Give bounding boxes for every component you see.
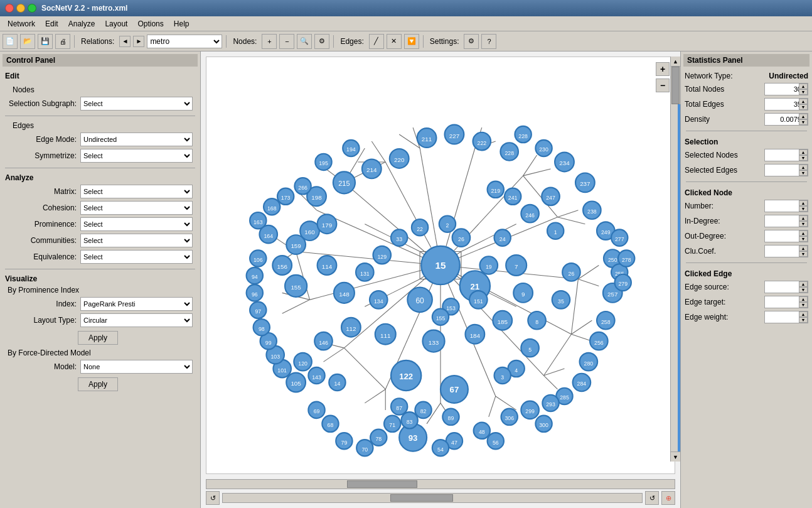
menu-options[interactable]: Options [132,18,168,30]
toolbar-separator-1 [74,35,75,48]
relations-prev-button[interactable]: ◄ [119,36,131,47]
total-nodes-spinner[interactable]: ▲ ▼ [799,84,808,95]
rotate-left-button[interactable]: ↺ [206,491,220,505]
layout-type-select[interactable]: Circular [80,313,193,327]
close-button[interactable] [5,4,14,13]
svg-text:69: 69 [314,408,320,414]
selection-subgraph-select[interactable]: Select [80,97,193,111]
svg-text:112: 112 [346,325,356,332]
vertical-scrollbar[interactable]: ▲ ▼ [670,57,680,462]
clu-coef-spinner[interactable]: ▲ ▼ [799,246,808,257]
print-button[interactable]: 🖨 [55,34,70,49]
svg-text:168: 168 [267,205,277,212]
remove-edge-button[interactable]: ✕ [387,34,402,49]
equivalence-row: Equivalence: Select [8,250,193,264]
density-up[interactable]: ▲ [799,114,808,119]
edge-source-spinner[interactable]: ▲ ▼ [799,281,808,293]
menu-help[interactable]: Help [169,18,195,30]
svg-text:228: 228 [518,133,528,139]
graph-canvas[interactable]: + − [206,57,675,474]
matrix-select[interactable]: Select [80,185,193,198]
svg-text:194: 194 [346,146,356,153]
remove-node-button[interactable]: − [279,34,294,49]
cohesion-select[interactable]: Select [80,201,193,215]
secondary-scroll-thumb[interactable] [390,494,453,502]
svg-text:215: 215 [338,180,350,187]
svg-text:114: 114 [322,263,333,270]
relations-next-button[interactable]: ► [133,36,144,47]
total-nodes-up[interactable]: ▲ [799,84,808,89]
total-nodes-down[interactable]: ▼ [799,89,808,95]
new-file-button[interactable]: 📄 [3,34,18,49]
vertical-scroll-thumb[interactable] [671,67,680,104]
open-file-button[interactable]: 📂 [20,34,35,49]
node-properties-button[interactable]: ⚙ [314,34,329,49]
menu-edit[interactable]: Edit [40,18,63,30]
horizontal-scroll-thumb[interactable] [347,480,417,488]
svg-text:54: 54 [437,446,444,453]
in-degree-value: ▲ ▼ [764,215,808,227]
zoom-out-button[interactable]: − [656,78,670,92]
symmetrize-select[interactable]: Select [80,149,193,163]
svg-text:266: 266 [298,185,307,191]
edges-subheader: Edges [13,121,195,130]
svg-text:234: 234 [559,159,570,166]
scroll-up-button[interactable]: ▲ [671,57,680,67]
density-row: Density 0.00793 ▲ ▼ [685,113,808,126]
add-edge-button[interactable]: ╱ [369,34,384,49]
clu-coef-value: ▲ ▼ [764,245,808,257]
horizontal-scrollbar[interactable] [206,479,675,489]
number-spinner[interactable]: ▲ ▼ [799,200,808,212]
scroll-down-button[interactable]: ▼ [671,451,680,462]
relations-select[interactable]: metro [147,35,222,48]
save-file-button[interactable]: 💾 [38,34,53,49]
prominence-select[interactable]: Select [80,217,193,231]
svg-text:284: 284 [577,381,587,387]
total-nodes-row: Total Nodes 301 ▲ ▼ [685,83,808,95]
edge-mode-select[interactable]: Undirected [80,132,193,146]
filter-edges-button[interactable]: 🔽 [404,34,419,49]
svg-text:133: 133 [429,339,439,346]
secondary-scrollbar[interactable] [222,493,643,503]
total-nodes-label: Total Nodes [685,85,764,94]
find-node-button[interactable]: 🔍 [297,34,312,49]
stats-divider-1 [686,131,807,131]
fit-view-button[interactable]: ⊕ [661,491,675,505]
density-down[interactable]: ▼ [799,119,808,125]
svg-text:256: 256 [594,340,604,346]
in-degree-spinner[interactable]: ▲ ▼ [799,215,808,227]
settings-label: Settings: [430,37,459,46]
selected-nodes-spinner[interactable]: ▲ ▼ [799,149,808,161]
help-button[interactable]: ? [481,34,496,49]
add-node-button[interactable]: + [262,34,277,49]
index-select[interactable]: PageRank Presti [80,297,193,311]
minimize-button[interactable] [16,4,25,13]
out-degree-spinner[interactable]: ▲ ▼ [799,230,808,242]
selected-edges-spinner[interactable]: ▲ ▼ [799,165,808,176]
edge-weight-spinner[interactable]: ▲ ▼ [799,311,808,323]
maximize-button[interactable] [28,4,36,13]
total-edges-up[interactable]: ▲ [799,99,808,104]
communities-select[interactable]: Select [80,234,193,247]
model-select[interactable]: None [80,360,193,374]
svg-text:101: 101 [277,367,287,374]
svg-text:146: 146 [319,340,328,346]
apply-prominence-button[interactable]: Apply [78,331,118,345]
density-spinner[interactable]: ▲ ▼ [799,114,808,125]
settings-button[interactable]: ⚙ [464,34,479,49]
menu-analyze[interactable]: Analyze [63,18,100,30]
apply-force-button[interactable]: Apply [78,377,118,391]
menu-layout[interactable]: Layout [100,18,132,30]
reset-view-button[interactable]: ↺ [645,491,659,505]
total-edges-spinner[interactable]: ▲ ▼ [799,99,808,110]
edge-target-spinner[interactable]: ▲ ▼ [799,296,808,308]
clicked-edge-header: Clicked Edge [685,269,808,278]
out-degree-value: ▲ ▼ [764,230,808,242]
svg-text:96: 96 [252,291,258,298]
statistics-panel-title: Statistics Panel [683,54,809,67]
total-edges-down[interactable]: ▼ [799,104,808,110]
svg-text:285: 285 [560,394,569,401]
zoom-in-button[interactable]: + [656,62,670,76]
menu-network[interactable]: Network [3,18,40,30]
equivalence-select[interactable]: Select [80,250,193,264]
